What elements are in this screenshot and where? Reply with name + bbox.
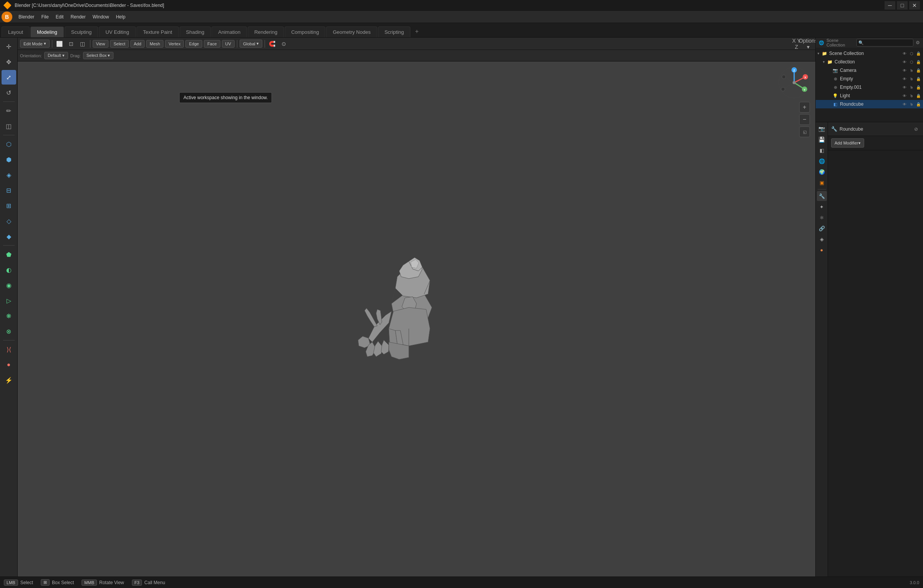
empty001-lock[interactable]: 🔒 [915,84,921,90]
extrude-tool[interactable]: ⬡ [2,137,16,151]
empty001-hide[interactable]: 👁 [901,84,908,90]
tab-texture-paint[interactable]: Texture Paint [137,27,179,37]
scene-collection-hide[interactable]: 👁 [901,50,908,56]
select-menu[interactable]: Select [110,40,129,48]
options-btn[interactable]: Options ▾ [803,39,813,49]
proportional-edit[interactable]: ⊙ [279,39,289,49]
tab-scripting[interactable]: Scripting [378,27,411,37]
knife-tool[interactable]: ◇ [2,214,16,228]
tab-sculpting[interactable]: Sculpting [65,27,98,37]
orientation-dropdown[interactable]: Default ▾ [44,52,68,59]
light-hide[interactable]: 👁 [901,93,908,99]
menu-blender[interactable]: Blender [15,13,37,21]
camera-lock[interactable]: 🔒 [915,67,921,73]
maximize-button[interactable]: □ [897,1,908,10]
scene-collection-select[interactable]: ⬡ [908,50,915,56]
shear-tool[interactable]: ⟩⟨ [2,342,16,357]
blender-logo-button[interactable]: B [2,12,12,22]
rip-tool[interactable]: ⚡ [2,373,16,387]
bevel-tool[interactable]: ◈ [2,168,16,182]
mode-dropdown[interactable]: Edit Mode ▾ [20,40,50,48]
light-select[interactable]: 🖱 [908,93,915,99]
particles-props-icon[interactable]: ✦ [817,202,827,212]
tree-item-roundcube[interactable]: ◧ Roundcube 👁 🖱 🔒 [816,100,923,108]
drag-dropdown[interactable]: Select Box ▾ [83,52,114,59]
loop-cut-tool[interactable]: ⊟ [2,183,16,198]
tab-shading[interactable]: Shading [180,27,211,37]
3d-viewport[interactable]: Edit Mode ▾ ⬜ ⊡ ◫ View Select Add Mesh V… [18,38,815,576]
outliner-search[interactable] [856,39,913,47]
smooth-vertices-tool[interactable]: ◉ [2,278,16,292]
add-menu[interactable]: Add [130,40,145,48]
output-props-icon[interactable]: 💾 [817,135,827,145]
transform-dropdown[interactable]: Global ▾ [240,40,262,48]
cursor-tool[interactable]: ✛ [2,39,16,54]
rotate-tool[interactable]: ↺ [2,85,16,100]
tree-item-collection[interactable]: ▼ 📁 Collection 👁 ⬡ 🔒 [816,58,923,66]
spin-tool[interactable]: ◐ [2,262,16,277]
edge-slide-tool[interactable]: ▷ [2,293,16,308]
uv-menu[interactable]: UV [222,40,235,48]
empty-select[interactable]: 🖱 [908,76,915,82]
zoom-in-button[interactable]: + [799,102,810,113]
push-pull-tool[interactable]: ⊗ [2,324,16,339]
tree-item-light[interactable]: 💡 Light 👁 🖱 🔒 [816,91,923,100]
object-props-icon[interactable]: ▣ [817,178,827,188]
roundcube-lock[interactable]: 🔒 [915,101,921,107]
menu-render[interactable]: Render [67,13,88,21]
scene-collection-lock[interactable]: 🔒 [915,50,921,56]
zoom-out-button[interactable]: − [799,114,810,125]
camera-select[interactable]: 🖱 [908,67,915,73]
menu-help[interactable]: Help [113,13,128,21]
properties-options-btn[interactable]: ⊘ [912,125,920,133]
view-layer-props-icon[interactable]: ◧ [817,145,827,155]
data-props-icon[interactable]: ◈ [817,234,827,244]
viewport-shade-icon[interactable]: ◫ [78,39,88,49]
tab-modeling[interactable]: Modeling [30,27,64,37]
scene-props-icon[interactable]: 🌐 [817,156,827,166]
close-button[interactable]: ✕ [909,1,920,10]
view-menu[interactable]: View [93,40,109,48]
world-props-icon[interactable]: 🌍 [817,167,827,177]
to-sphere-tool[interactable]: ● [2,357,16,372]
modifier-props-icon[interactable]: 🔧 [817,191,827,201]
perspective-button[interactable]: ◱ [799,126,810,137]
annotate-tool[interactable]: ✏ [2,103,16,118]
snap-toggle[interactable]: 🧲 [267,39,277,49]
transform-tool[interactable]: ⤢ [2,70,16,85]
constraints-props-icon[interactable]: 🔗 [817,223,827,233]
tree-item-empty[interactable]: ⊕ Empty 👁 🖱 🔒 [816,75,923,83]
tab-layout[interactable]: Layout [2,27,30,37]
physics-props-icon[interactable]: ⚛ [817,213,827,223]
move-tool[interactable]: ✥ [2,55,16,69]
tab-geometry-nodes[interactable]: Geometry Nodes [326,27,377,37]
menu-file[interactable]: File [38,13,52,21]
light-lock[interactable]: 🔒 [915,93,921,99]
camera-hide[interactable]: 👁 [901,67,908,73]
tab-uv-editing[interactable]: UV Editing [99,27,135,37]
face-menu[interactable]: Face [204,40,220,48]
inset-tool[interactable]: ⬢ [2,152,16,167]
collection-select[interactable]: ⬡ [908,59,915,65]
offset-edge-tool[interactable]: ⊞ [2,198,16,213]
measure-tool[interactable]: ◫ [2,119,16,133]
canvas-area[interactable]: Active workspace showing in the window. [18,61,815,576]
poly-build-tool[interactable]: ⬟ [2,247,16,262]
add-workspace-button[interactable]: + [411,26,422,37]
tab-compositing[interactable]: Compositing [285,27,325,37]
collection-lock[interactable]: 🔒 [915,59,921,65]
viewport-type-icon[interactable]: ⬜ [55,39,65,49]
minimize-button[interactable]: ─ [885,1,895,10]
add-modifier-button[interactable]: Add Modifier ▾ [831,138,864,148]
render-props-icon[interactable]: 📷 [817,124,827,134]
tab-rendering[interactable]: Rendering [248,27,284,37]
material-props-icon[interactable]: ● [817,245,827,255]
mesh-menu[interactable]: Mesh [146,40,163,48]
viewport-gizmo[interactable]: Z X Y [777,65,811,100]
vertex-menu[interactable]: Vertex [165,40,184,48]
menu-window[interactable]: Window [90,13,112,21]
tree-item-scene-collection[interactable]: ▼ 📁 Scene Collection 👁 ⬡ 🔒 [816,49,923,58]
viewport-overlay-icon[interactable]: ⊡ [66,39,76,49]
tree-item-camera[interactable]: 📷 Camera 👁 🖱 🔒 [816,66,923,75]
bisect-tool[interactable]: ◆ [2,229,16,244]
